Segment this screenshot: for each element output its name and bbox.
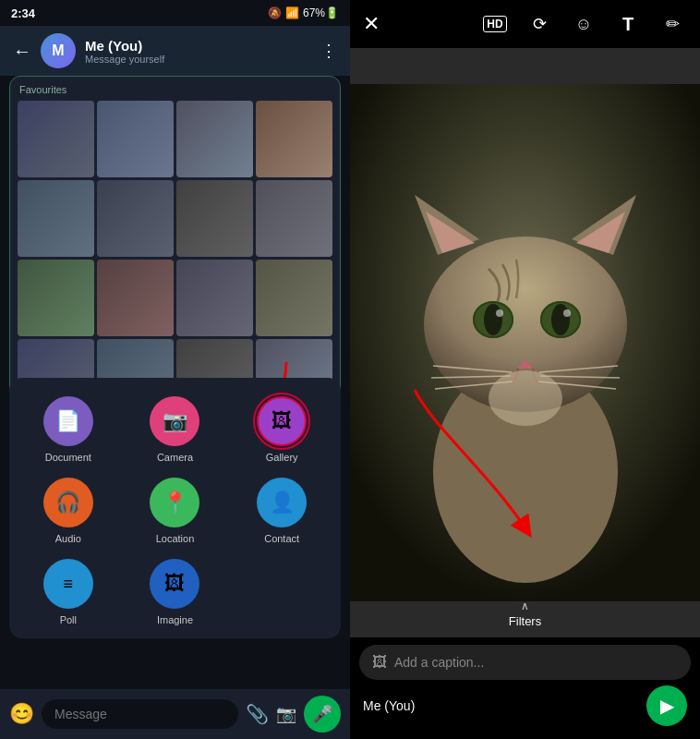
gallery-thumb[interactable] [97, 180, 174, 257]
gallery-label-btn: Gallery [266, 452, 298, 463]
svg-point-14 [563, 309, 571, 317]
left-panel: 2:34 🔕 📶 67%🔋 ← M Me (You) Message yours… [0, 0, 350, 739]
attach-item-gallery[interactable]: 🖼 Gallery [257, 396, 307, 463]
imagine-circle: 🖼 [150, 559, 199, 609]
caption-placeholder[interactable]: Add a caption... [394, 655, 678, 670]
camera-icon: 📷 [163, 409, 187, 433]
attach-menu: 📄 Document 📷 Camera 🖼 Gallery [9, 378, 341, 638]
avatar: M [41, 33, 76, 68]
svg-point-12 [551, 304, 570, 335]
contact-icon: 👤 [270, 491, 295, 515]
header-info: Me (You) Message yourself [85, 38, 311, 65]
editor-top-bar: ✕ HD ⟳ ☺ T ✏ [350, 0, 700, 48]
recipient-name: Me (You) [363, 698, 415, 713]
imagine-label: Imagine [157, 614, 193, 625]
svg-point-22 [489, 370, 562, 426]
right-panel: ✕ HD ⟳ ☺ T ✏ [350, 0, 700, 739]
attach-item-imagine[interactable]: 🖼 Imagine [150, 559, 199, 625]
poll-label: Poll [60, 614, 77, 625]
close-button[interactable]: ✕ [363, 12, 380, 36]
audio-circle: 🎧 [43, 478, 93, 527]
status-icons: 🔕 📶 67%🔋 [268, 6, 339, 19]
gallery-thumb[interactable] [18, 101, 94, 177]
filters-label: ∧ Filters [509, 600, 541, 628]
attach-grid: 📄 Document 📷 Camera 🖼 Gallery [22, 396, 328, 625]
caption-icon: 🖼 [372, 654, 387, 671]
chat-body: ↪↪ Favourites [0, 76, 350, 689]
draw-button[interactable]: ✏ [658, 9, 687, 39]
gallery-grid [18, 101, 332, 416]
recipient-row: Me (You) ▶ [359, 680, 691, 732]
gallery-thumb[interactable] [256, 101, 332, 177]
draw-icon: ✏ [666, 14, 680, 34]
gallery-thumb[interactable] [176, 180, 253, 257]
gallery-thumb[interactable] [256, 180, 332, 257]
editor-tools: HD ⟳ ☺ T ✏ [480, 9, 687, 39]
location-circle: 📍 [150, 478, 199, 527]
poll-icon: ≡ [64, 575, 74, 594]
chat-subtitle: Message yourself [85, 54, 311, 65]
attachment-button[interactable]: 📎 [246, 703, 269, 725]
sticker-icon: ☺ [575, 15, 592, 34]
signal-icon: 📶 [285, 6, 299, 19]
mic-button[interactable]: 🎤 [304, 696, 341, 733]
gallery-thumb[interactable] [256, 260, 332, 336]
imagine-icon: 🖼 [164, 572, 185, 596]
svg-point-10 [496, 309, 503, 317]
contact-circle: 👤 [257, 478, 307, 527]
attach-item-audio[interactable]: 🎧 Audio [43, 478, 93, 544]
back-button[interactable]: ← [13, 41, 31, 62]
location-icon: 📍 [163, 491, 187, 515]
bottom-bar: 😊 📎 📷 🎤 [0, 689, 350, 739]
attach-item-location[interactable]: 📍 Location [150, 478, 199, 544]
mic-icon: 🎤 [312, 704, 332, 724]
battery-icon: 67%🔋 [303, 6, 339, 19]
status-bar: 2:34 🔕 📶 67%🔋 [0, 0, 350, 26]
message-input[interactable] [42, 699, 238, 729]
menu-button[interactable]: ⋮ [320, 41, 337, 61]
crop-button[interactable]: ⟳ [525, 9, 554, 39]
gallery-thumb[interactable] [18, 180, 94, 257]
svg-point-8 [484, 304, 502, 335]
cat-image-area: ∧ Filters [350, 48, 700, 637]
chat-header: ← M Me (You) Message yourself ⋮ [0, 26, 350, 76]
gallery-icon: 🖼 [272, 409, 292, 433]
attach-item-contact[interactable]: 👤 Contact [257, 478, 307, 544]
emoji-button[interactable]: 😊 [9, 702, 34, 726]
camera-button[interactable]: 📷 [276, 704, 296, 724]
chat-name: Me (You) [85, 38, 311, 54]
notification-icon: 🔕 [268, 6, 282, 19]
audio-icon: 🎧 [55, 491, 80, 515]
contact-label: Contact [264, 533, 299, 544]
attach-item-document[interactable]: 📄 Document [43, 396, 93, 463]
location-label: Location [156, 533, 195, 544]
cat-image [350, 48, 700, 637]
gallery-thumb[interactable] [176, 101, 253, 177]
hd-button[interactable]: HD [480, 9, 510, 39]
attach-item-camera[interactable]: 📷 Camera [150, 396, 199, 463]
document-icon: 📄 [55, 409, 80, 433]
poll-circle: ≡ [43, 559, 93, 609]
text-button[interactable]: T [613, 9, 643, 39]
document-label: Document [45, 452, 91, 463]
text-icon: T [622, 14, 634, 35]
filters-text: Filters [509, 614, 541, 628]
audio-label: Audio [55, 533, 81, 544]
camera-label: Camera [157, 452, 193, 463]
gallery-thumb[interactable] [97, 101, 174, 177]
status-time: 2:34 [11, 6, 35, 20]
attach-item-poll[interactable]: ≡ Poll [43, 559, 93, 625]
gallery-label: Favourites [18, 84, 332, 95]
gallery-thumb[interactable] [176, 260, 253, 336]
crop-icon: ⟳ [533, 14, 547, 34]
gallery-thumb[interactable] [97, 260, 174, 336]
sticker-button[interactable]: ☺ [569, 9, 598, 39]
chevron-up-icon: ∧ [521, 600, 529, 612]
send-button[interactable]: ▶ [646, 685, 687, 726]
gallery-circle: 🖼 [257, 396, 307, 446]
document-circle: 📄 [43, 396, 93, 446]
camera-circle: 📷 [150, 396, 199, 446]
caption-area: 🖼 Add a caption... Me (You) ▶ [350, 637, 700, 739]
gallery-thumb[interactable] [18, 260, 94, 336]
hd-icon: HD [483, 16, 506, 32]
